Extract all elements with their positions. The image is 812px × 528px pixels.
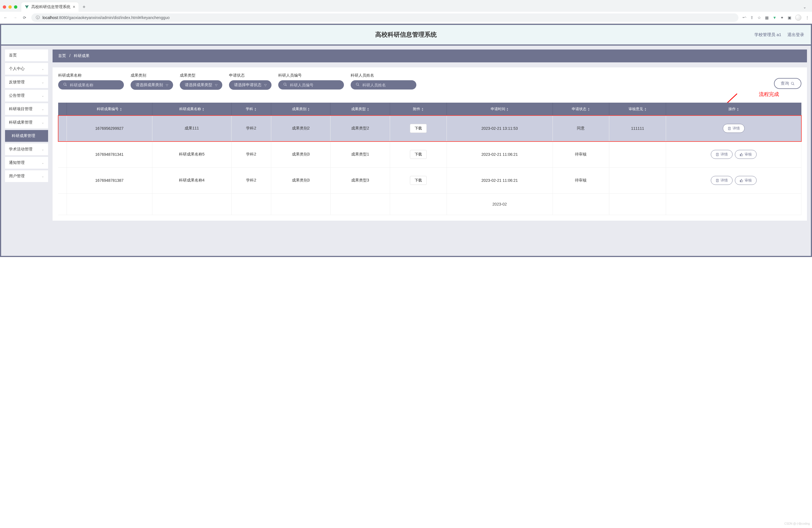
audit-button[interactable]: 审核: [735, 176, 757, 185]
table-row: 2023-02: [58, 194, 801, 215]
cell-actions: 详情 审核: [666, 142, 801, 168]
sidebar-item[interactable]: 通知管理⌄: [5, 157, 48, 169]
filter-category-select[interactable]: 请选择成果类别 ▽: [131, 80, 173, 90]
chevron-down-icon: ▽: [264, 83, 266, 87]
sort-icon: ▲▼: [421, 108, 424, 111]
row-checkbox[interactable]: [58, 142, 67, 168]
sidebar-item[interactable]: 反馈管理⌄: [5, 76, 48, 88]
sort-icon: ▲▼: [367, 108, 369, 111]
cell-category: 成果类别3: [271, 142, 331, 168]
column-header[interactable]: 申请状态▲▼: [552, 103, 609, 115]
filter-type: 成果类型 请选择成果类型 ▽: [180, 73, 222, 90]
filter-name-input[interactable]: [70, 83, 119, 87]
cell-status: 待审核: [552, 168, 609, 194]
close-tab-icon[interactable]: ×: [73, 4, 75, 10]
filter-category: 成果类别 请选择成果类别 ▽: [131, 73, 173, 90]
detail-button[interactable]: 详情: [711, 176, 733, 185]
profile-avatar[interactable]: [795, 15, 801, 21]
filter-staff-name-input[interactable]: [362, 83, 411, 87]
sidebar-item[interactable]: 首页: [5, 49, 48, 61]
sidebar-item[interactable]: 个人中心⌄: [5, 63, 48, 75]
cell-type: 成果类型3: [331, 168, 390, 194]
row-checkbox[interactable]: [58, 168, 67, 194]
sidebar-item[interactable]: 用户管理⌄: [5, 170, 48, 182]
panel-icon[interactable]: ▣: [788, 15, 791, 20]
filter-name: 科研成果名称: [58, 73, 124, 89]
table-row: 1676956299927成果111学科2成果类别2成果类型2下载2023-02…: [58, 115, 801, 142]
sidebar-item-label: 公告管理: [9, 93, 25, 98]
filter-staff-id-input[interactable]: [290, 83, 339, 87]
column-header[interactable]: 审核意见▲▼: [609, 103, 666, 115]
minimize-window-icon[interactable]: [9, 5, 12, 9]
back-button[interactable]: ←: [3, 15, 9, 20]
document-icon: [727, 127, 731, 130]
column-header[interactable]: 申请时间▲▼: [447, 103, 552, 115]
logout-link[interactable]: 退出登录: [787, 32, 804, 38]
cell-name: 科研成果名称5: [152, 142, 231, 168]
cell-status: [552, 194, 609, 215]
column-header[interactable]: 科研成果编号▲▼: [67, 103, 152, 115]
row-checkbox[interactable]: [58, 115, 67, 142]
menu-icon[interactable]: ⋮: [805, 15, 809, 20]
row-checkbox[interactable]: [58, 194, 67, 215]
download-button[interactable]: 下载: [410, 176, 427, 185]
breadcrumb-home[interactable]: 首页: [58, 54, 66, 58]
address-bar[interactable]: ⓘ localhost:8080/gaoxiaokeyanxinxi/admin…: [31, 13, 738, 22]
column-header[interactable]: 附件▲▼: [390, 103, 447, 115]
sidebar-item[interactable]: 科研项目管理⌄: [5, 103, 48, 115]
column-header[interactable]: 成果类别▲▼: [271, 103, 331, 115]
cell-attachment: 下载: [390, 115, 447, 142]
chevron-down-icon: ⌄: [41, 147, 44, 151]
document-icon: [715, 153, 719, 156]
cell-opinion: 111111: [609, 115, 666, 142]
sidebar-item[interactable]: 学术活动管理⌄: [5, 143, 48, 155]
query-button[interactable]: 查询: [774, 78, 801, 89]
chevron-down-icon: ⌄: [41, 120, 44, 125]
extensions-icon[interactable]: ✦: [780, 15, 784, 20]
sidebar-item-label: 科研成果管理: [12, 133, 35, 139]
new-tab-button[interactable]: +: [81, 4, 87, 10]
column-header[interactable]: 学科▲▼: [231, 103, 271, 115]
cell-subject: 学科2: [231, 115, 271, 142]
close-window-icon[interactable]: [3, 5, 6, 9]
chevron-down-icon[interactable]: ⌄: [803, 5, 809, 9]
browser-tab[interactable]: 高校科研信息管理系统 ×: [21, 2, 78, 12]
maximize-window-icon[interactable]: [14, 5, 17, 9]
forward-button[interactable]: →: [12, 15, 18, 20]
sidebar-item[interactable]: 公告管理⌄: [5, 90, 48, 101]
vue-devtools-icon[interactable]: ▼: [772, 15, 777, 20]
sidebar-item[interactable]: 科研成果管理: [5, 130, 48, 142]
cell-name: [152, 194, 231, 215]
select-all-column[interactable]: [58, 103, 67, 115]
detail-button[interactable]: 详情: [711, 150, 733, 159]
cell-actions: [666, 194, 801, 215]
tab-title: 高校科研信息管理系统: [31, 4, 71, 10]
filter-status-select[interactable]: 请选择申请状态 ▽: [229, 80, 272, 90]
cell-actions: 详情: [666, 115, 801, 142]
filter-staff-name: 科研人员姓名: [351, 73, 416, 89]
download-button[interactable]: 下载: [410, 124, 427, 133]
sort-icon: ▲▼: [737, 108, 739, 111]
filter-type-select[interactable]: 请选择成果类型 ▽: [180, 80, 222, 90]
share-icon[interactable]: ⇧: [750, 15, 754, 20]
current-user[interactable]: 学校管理员 a1: [754, 32, 781, 38]
bookmark-icon[interactable]: ☆: [757, 15, 761, 20]
column-header[interactable]: 成果类型▲▼: [331, 103, 390, 115]
reload-button[interactable]: ⟳: [22, 15, 27, 20]
column-header[interactable]: 科研成果名称▲▼: [152, 103, 231, 115]
detail-button[interactable]: 详情: [723, 124, 744, 133]
extension-icon[interactable]: ▦: [765, 15, 769, 20]
sidebar-item[interactable]: 科研成果管理⌄: [5, 117, 48, 128]
window-controls[interactable]: [3, 5, 19, 9]
key-icon[interactable]: ⬿: [742, 15, 746, 20]
chevron-down-icon: ⌄: [41, 80, 44, 84]
cell-time: 2023-02-21 11:06:21: [447, 142, 552, 168]
cell-type: [331, 194, 390, 215]
column-header[interactable]: 操作▲▼: [666, 103, 801, 115]
main-content: 首页 / 科研成果 科研成果名称: [53, 49, 807, 220]
sort-icon: ▲▼: [308, 108, 310, 111]
download-button[interactable]: 下载: [410, 150, 427, 159]
cell-name: 科研成果名称4: [152, 168, 231, 194]
cell-actions: 详情 审核: [666, 168, 801, 194]
audit-button[interactable]: 审核: [735, 150, 757, 159]
